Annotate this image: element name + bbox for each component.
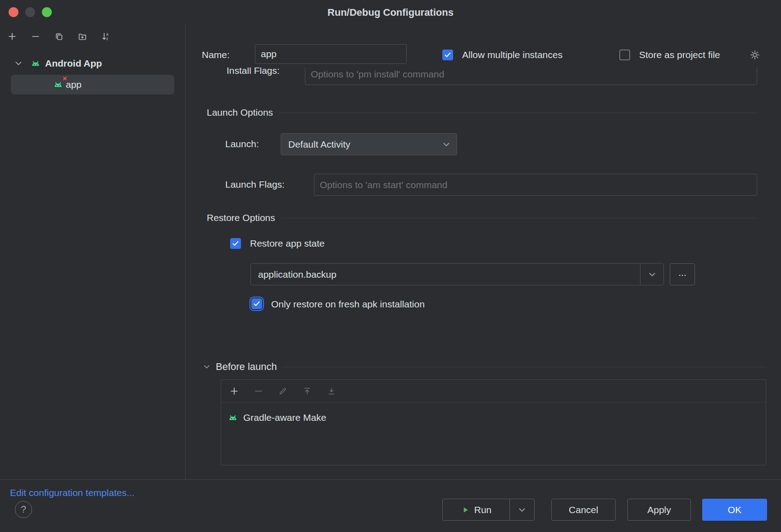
section-divider [279, 113, 757, 113]
apply-button[interactable]: Apply [627, 499, 691, 521]
restore-app-state-checkbox[interactable] [230, 238, 241, 249]
install-flags-input[interactable] [305, 68, 757, 85]
tree-group-android-app[interactable]: Android App [0, 54, 185, 73]
launch-options-section: Launch Options [207, 106, 757, 119]
tree-group-label: Android App [45, 58, 102, 69]
chevron-down-icon[interactable] [640, 264, 663, 285]
new-folder-icon[interactable] [77, 31, 88, 42]
help-button[interactable]: ? [15, 501, 32, 518]
dialog-title: Run/Debug Configurations [327, 7, 454, 18]
remove-configuration-icon[interactable] [30, 31, 41, 42]
error-badge-icon: × [63, 75, 67, 82]
launch-flags-label: Launch Flags: [225, 178, 285, 191]
run-split-button: Run [442, 499, 535, 521]
run-debug-configurations-dialog: Run/Debug Configurations Android App × a… [0, 0, 781, 532]
sort-alphabetically-icon[interactable] [100, 31, 111, 42]
before-launch-toolbar [221, 380, 766, 403]
tree-item-app[interactable]: × app [11, 75, 174, 95]
chevron-down-icon [441, 140, 451, 149]
backup-file-value: application.backup [258, 269, 336, 280]
browse-button[interactable]: ... [670, 263, 695, 285]
minimize-window-button[interactable] [25, 7, 35, 17]
footer-divider [0, 479, 781, 480]
run-play-icon [461, 505, 470, 514]
run-button-label: Run [474, 505, 492, 515]
cancel-button[interactable]: Cancel [551, 499, 616, 521]
launch-label: Launch: [225, 138, 259, 150]
add-task-icon[interactable] [229, 386, 240, 397]
launch-flags-input[interactable] [314, 174, 757, 196]
restore-options-section: Restore Options [207, 212, 757, 224]
move-up-icon[interactable] [302, 386, 313, 397]
add-configuration-icon[interactable] [7, 31, 18, 42]
allow-multiple-instances-label[interactable]: Allow multiple instances [462, 49, 563, 61]
remove-task-icon[interactable] [253, 386, 264, 397]
title-bar: Run/Debug Configurations [0, 0, 781, 25]
android-icon [30, 58, 41, 69]
allow-multiple-instances-checkbox[interactable] [442, 50, 453, 60]
ok-button[interactable]: OK [702, 499, 767, 521]
before-launch-task-row[interactable]: Gradle-aware Make [221, 412, 766, 424]
help-question-icon: ? [21, 504, 26, 515]
install-flags-label: Install Flags: [227, 68, 280, 77]
before-launch-header[interactable]: Before launch [202, 360, 766, 374]
only-restore-fresh-label[interactable]: Only restore on fresh apk installation [271, 298, 425, 311]
before-launch-title: Before launch [216, 361, 277, 373]
only-restore-fresh-checkbox[interactable] [251, 298, 262, 309]
chevron-down-icon[interactable] [202, 362, 211, 371]
launch-mode-select[interactable]: Default Activity [281, 133, 457, 155]
install-flags-row: Install Flags: [207, 68, 757, 89]
close-window-button[interactable] [9, 7, 18, 17]
configurations-sidebar: Android App × app Edit configuration tem… [0, 25, 186, 479]
section-divider [282, 367, 766, 367]
launch-options-header: Launch Options [207, 107, 273, 118]
zoom-window-button[interactable] [42, 7, 52, 17]
tree-item-label: app [66, 79, 82, 90]
window-controls [9, 7, 52, 17]
backup-file-combobox[interactable]: application.backup [250, 263, 664, 285]
name-label: Name: [202, 49, 230, 61]
section-divider [282, 218, 757, 218]
android-icon [227, 412, 239, 424]
before-launch-panel: Gradle-aware Make [221, 379, 766, 465]
sidebar-toolbar [0, 25, 185, 48]
chevron-down-icon[interactable] [14, 59, 23, 68]
launch-mode-value: Default Activity [288, 139, 350, 150]
before-launch-task-label: Gradle-aware Make [243, 412, 326, 423]
name-input[interactable] [255, 44, 407, 64]
gear-icon[interactable] [749, 49, 761, 61]
run-button[interactable]: Run [443, 499, 509, 520]
edit-task-icon[interactable] [277, 386, 288, 397]
restore-options-header: Restore Options [207, 212, 275, 223]
store-as-project-file-label[interactable]: Store as project file [639, 49, 720, 61]
edit-configuration-templates-link[interactable]: Edit configuration templates... [10, 487, 135, 498]
restore-app-state-label[interactable]: Restore app state [250, 237, 325, 250]
android-error-icon: × [52, 79, 64, 90]
run-options-chevron[interactable] [510, 499, 534, 520]
copy-configuration-icon[interactable] [54, 31, 64, 42]
move-down-icon[interactable] [326, 386, 337, 397]
store-as-project-file-checkbox[interactable] [619, 50, 630, 60]
